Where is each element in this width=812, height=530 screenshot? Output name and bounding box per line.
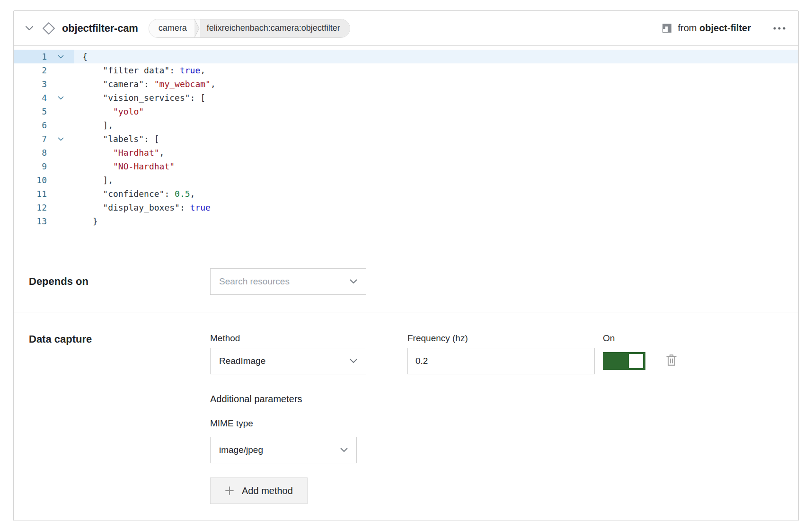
code-content: { — [74, 50, 798, 63]
editor-gutter: 5 — [14, 105, 74, 118]
editor-gutter: 2 — [14, 63, 74, 77]
frequency-label: Frequency (hz) — [407, 333, 595, 344]
editor-gutter: 6 — [14, 118, 74, 132]
line-number: 9 — [14, 159, 47, 173]
on-label: On — [603, 333, 645, 344]
page: objectfilter-cam camera felixreichenbach… — [0, 0, 812, 530]
fold-chevron-icon[interactable] — [47, 132, 74, 146]
depends-on-placeholder: Search resources — [219, 276, 290, 287]
editor-gutter: 1 — [14, 50, 74, 63]
code-line[interactable]: 5 "yolo" — [14, 105, 798, 118]
collapse-chevron-icon[interactable] — [25, 26, 34, 31]
dropdown-chevron-icon — [350, 359, 357, 363]
add-method-label: Add method — [242, 486, 293, 496]
code-content: "labels": [ — [74, 132, 798, 146]
component-model-tag: felixreichenbach:camera:objectfilter — [200, 19, 350, 37]
fold-chevron-icon[interactable] — [47, 50, 74, 63]
fold-spacer — [47, 105, 74, 118]
line-number: 2 — [14, 63, 47, 77]
code-line[interactable]: 10 ], — [14, 173, 798, 187]
code-line[interactable]: 8 "Hardhat", — [14, 146, 798, 159]
trash-icon[interactable] — [665, 353, 678, 367]
code-line[interactable]: 4 "vision_services": [ — [14, 91, 798, 105]
line-number: 7 — [14, 132, 47, 146]
code-content: "vision_services": [ — [74, 91, 798, 105]
code-line[interactable]: 6 ], — [14, 118, 798, 132]
code-content: "camera": "my_webcam", — [74, 77, 798, 91]
frequency-field: Frequency (hz) — [407, 333, 595, 374]
code-line[interactable]: 9 "NO-Hardhat" — [14, 159, 798, 173]
breadcrumb: camera felixreichenbach:camera:objectfil… — [149, 19, 350, 38]
header-right: from object-filter — [662, 23, 786, 34]
fold-spacer — [47, 63, 74, 77]
code-line[interactable]: 11 "confidence": 0.5, — [14, 187, 798, 201]
fold-chevron-icon[interactable] — [47, 91, 74, 105]
dropdown-chevron-icon — [350, 279, 357, 284]
line-number: 5 — [14, 105, 47, 118]
line-number: 13 — [14, 214, 47, 228]
additional-parameters-heading: Additional parameters — [210, 394, 783, 405]
from-module-text: from object-filter — [678, 23, 751, 34]
data-capture-section: Data capture Method ReadImage Frequency … — [14, 312, 798, 521]
code-content: "yolo" — [74, 105, 798, 118]
code-content: "Hardhat", — [74, 146, 798, 159]
depends-on-heading: Depends on — [29, 275, 210, 288]
code-content: ], — [74, 173, 798, 187]
method-field: Method ReadImage — [210, 333, 366, 374]
breadcrumb-separator-icon — [194, 19, 200, 37]
mime-type-label: MIME type — [210, 418, 783, 429]
line-number: 1 — [14, 50, 47, 63]
dropdown-chevron-icon — [340, 448, 348, 452]
code-line[interactable]: 1{ — [14, 50, 798, 63]
depends-on-select[interactable]: Search resources — [210, 268, 366, 295]
fold-spacer — [47, 173, 74, 187]
line-number: 12 — [14, 201, 47, 214]
mime-type-value: image/jpeg — [219, 445, 263, 455]
component-type-tag: camera — [149, 19, 194, 37]
ellipsis-menu-icon[interactable] — [773, 26, 786, 30]
method-select[interactable]: ReadImage — [210, 348, 366, 374]
editor-gutter: 13 — [14, 214, 74, 228]
fold-spacer — [47, 146, 74, 159]
code-line[interactable]: 3 "camera": "my_webcam", — [14, 77, 798, 91]
module-icon — [662, 23, 672, 34]
plus-icon — [225, 486, 234, 495]
component-title: objectfilter-cam — [62, 22, 138, 35]
line-number: 4 — [14, 91, 47, 105]
code-line[interactable]: 2 "filter_data": true, — [14, 63, 798, 77]
component-diamond-icon — [42, 22, 55, 35]
capture-on-field: On — [603, 333, 645, 374]
code-content: "NO-Hardhat" — [74, 159, 798, 173]
code-content: } — [74, 214, 798, 228]
editor-gutter: 8 — [14, 146, 74, 159]
code-line[interactable]: 13 } — [14, 214, 798, 228]
add-method-button[interactable]: Add method — [210, 477, 308, 504]
data-capture-heading: Data capture — [29, 333, 210, 345]
capture-on-toggle[interactable] — [603, 352, 645, 370]
code-content: "confidence": 0.5, — [74, 187, 798, 201]
toggle-wrap — [603, 348, 645, 374]
fold-spacer — [47, 159, 74, 173]
code-line[interactable]: 7 "labels": [ — [14, 132, 798, 146]
mime-type-select[interactable]: image/jpeg — [210, 437, 357, 463]
line-number: 11 — [14, 187, 47, 201]
capture-method-row: Method ReadImage Frequency (hz) On — [210, 333, 783, 374]
fold-spacer — [47, 201, 74, 214]
data-capture-form: Method ReadImage Frequency (hz) On — [210, 333, 783, 504]
line-number: 10 — [14, 173, 47, 187]
code-content: "display_boxes": true — [74, 201, 798, 214]
depends-on-section: Depends on Search resources — [14, 252, 798, 312]
from-prefix: from — [678, 23, 697, 33]
code-content: ], — [74, 118, 798, 132]
editor-gutter: 7 — [14, 132, 74, 146]
editor-gutter: 10 — [14, 173, 74, 187]
code-line[interactable]: 12 "display_boxes": true — [14, 201, 798, 214]
toggle-knob — [629, 354, 643, 368]
editor-gutter: 11 — [14, 187, 74, 201]
json-editor[interactable]: 1{2 "filter_data": true,3 "camera": "my_… — [14, 45, 798, 252]
card-header: objectfilter-cam camera felixreichenbach… — [14, 11, 798, 45]
line-number: 8 — [14, 146, 47, 159]
editor-gutter: 3 — [14, 77, 74, 91]
frequency-input[interactable] — [407, 348, 595, 374]
method-value: ReadImage — [219, 356, 265, 366]
